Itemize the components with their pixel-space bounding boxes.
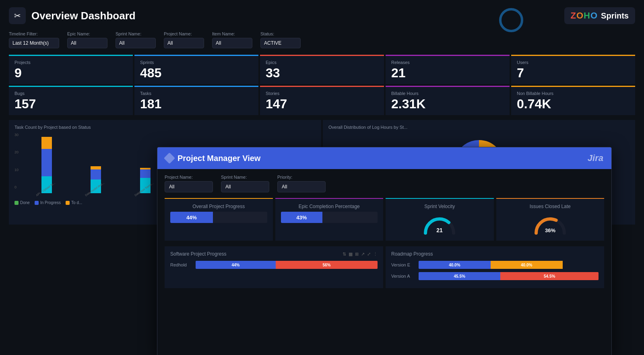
pm-priority-filter-select[interactable]: All (277, 181, 326, 192)
stats-row-1: Projects 9 Sprints 485 Epics 33 Releases… (9, 55, 635, 84)
legend-done-dot (14, 201, 19, 205)
roadmap-track-version-a: 45.5% 54.5% (419, 272, 599, 280)
dashboard-header: ✂ Overview Dashboard ZOHO Sprints (9, 7, 635, 24)
svg-text:21: 21 (436, 227, 443, 233)
bar-inprogress-2 (91, 169, 101, 180)
stat-projects-label: Projects (14, 60, 127, 65)
item-filter-select[interactable]: All (212, 38, 252, 48)
pm-project-filter-select[interactable]: All (165, 181, 213, 192)
sort-icon[interactable]: ⇅ (343, 252, 346, 257)
pm-panel-body: Project Name: All Sprint Name: All Prior… (157, 169, 611, 294)
timeline-filter-select[interactable]: Last 12 Month(s) (9, 38, 59, 48)
stat-projects: Projects 9 (9, 55, 133, 84)
metric-sprint-velocity-gauge: 21 (391, 212, 488, 236)
pm-filters: Project Name: All Sprint Name: All Prior… (165, 175, 604, 192)
stat-billable-value: 2.31K (391, 97, 504, 110)
pm-panel: Project Manager View Jira Project Name: … (157, 147, 612, 355)
svg-text:36%: 36% (545, 227, 555, 233)
epic-filter-label: Epic Name: (67, 31, 107, 36)
metric-issues-closed-late-gauge: 36% (502, 212, 599, 236)
roadmap-row-version-e: Version E 40.0% 40.0% (391, 261, 599, 269)
pm-sprint-filter-select[interactable]: All (221, 181, 269, 192)
donut-chart-title: Overall Distribution of Log Hours by St.… (328, 125, 630, 130)
roadmap-card: Roadmap Progress Version E 40.0% 40.0% V… (386, 246, 604, 288)
sprint-filter-select[interactable]: All (116, 38, 156, 48)
roadmap-label-version-e: Version E (391, 262, 415, 267)
stat-users-label: Users (517, 60, 630, 65)
metric-overall-progress-fill: 44% (170, 212, 213, 223)
metric-issues-closed-late: Issues Closed Late 36% (496, 198, 605, 241)
metric-epic-completion-bar: 43% (281, 212, 378, 223)
software-progress-title-row: Software Project Progress ⇅ ▦ ⊞ ↗ ⤢ ⋮ (170, 251, 378, 257)
legend-todo-label: To d... (71, 200, 82, 205)
stat-projects-value: 9 (14, 66, 127, 79)
zoho-h: H (584, 10, 590, 21)
roadmap-bar-a-red: 54.5% (500, 272, 599, 280)
roadmap-bar-a-blue: 45.5% (419, 272, 500, 280)
pm-priority-filter-label: Priority: (277, 175, 326, 180)
circle-decoration (499, 8, 523, 32)
item-filter-label: Item Name: (212, 31, 252, 36)
stat-stories-value: 147 (266, 97, 378, 110)
stat-tasks-label: Tasks (140, 91, 253, 96)
roadmap-bar-e-blue: 40.0% (419, 261, 491, 269)
stat-epics: Epics 33 (260, 55, 384, 84)
zoho-logo: ZOHO Sprints (564, 7, 636, 24)
stat-nonbillable-value: 0.74K (517, 97, 630, 110)
status-filter-select[interactable]: ACTIVE (260, 38, 301, 48)
metric-epic-completion-title: Epic Completion Percentage (281, 204, 378, 209)
epic-filter-select[interactable]: All (67, 38, 107, 48)
filter-bar: Timeline Filter: Last 12 Month(s) Epic N… (9, 31, 635, 48)
project-filter-select[interactable]: All (164, 38, 204, 48)
legend-inprogress-label: In Progress (40, 200, 61, 205)
software-progress-title: Software Project Progress (170, 251, 226, 257)
stat-epics-value: 33 (266, 66, 378, 79)
y-label-10: 10 (14, 168, 19, 172)
y-label-0: 0 (14, 185, 19, 189)
export-icon[interactable]: ↗ (361, 252, 365, 257)
timeline-filter-label: Timeline Filter: (9, 31, 59, 36)
metric-sprint-velocity-title: Sprint Velocity (391, 204, 488, 209)
software-progress-icons: ⇅ ▦ ⊞ ↗ ⤢ ⋮ (343, 252, 378, 257)
pm-sprint-filter-group: Sprint Name: All (221, 175, 269, 192)
dashboard-title: Overview Dashboard (31, 10, 136, 22)
timeline-filter-group: Timeline Filter: Last 12 Month(s) (9, 31, 59, 48)
stat-billable-label: Billable Hours (391, 91, 504, 96)
sprint-velocity-svg: 21 (421, 213, 458, 235)
bar-inprogress-1 (41, 149, 52, 176)
stats-row-2: Bugs 157 Tasks 181 Stories 147 Billable … (9, 86, 635, 115)
bottom-section: Software Project Progress ⇅ ▦ ⊞ ↗ ⤢ ⋮ Re… (165, 246, 604, 288)
data-icon[interactable]: ⊞ (355, 252, 359, 257)
roadmap-row-version-a: Version A 45.5% 54.5% (391, 272, 599, 280)
expand-icon[interactable]: ⤢ (367, 252, 371, 257)
stat-users: Users 7 (511, 55, 635, 84)
more-icon[interactable]: ⋮ (373, 252, 378, 257)
roadmap-label-version-a: Version A (391, 274, 415, 279)
bar-group-1: API – Upload To... (24, 137, 69, 197)
metric-cards-row: Overall Project Progress 44% Epic Comple… (165, 198, 604, 241)
pm-priority-filter-group: Priority: All (277, 175, 326, 192)
zoho-z: Z (571, 10, 576, 21)
bar-group-2: Data model desi... (73, 166, 118, 197)
software-bar-done-redhold: 44% (196, 261, 276, 269)
software-bar-remaining-redhold: 56% (276, 261, 378, 269)
stat-bugs-value: 157 (14, 97, 127, 110)
stat-tasks: Tasks 181 (134, 86, 258, 115)
roadmap-bar-e-orange: 40.0% (491, 261, 563, 269)
legend-inprogress: In Progress (35, 200, 61, 205)
zoho-sprints-label: Sprints (601, 11, 629, 21)
chart-icon[interactable]: ▦ (349, 252, 353, 257)
bar-inprogress-3 (140, 169, 151, 178)
status-filter-label: Status: (260, 31, 301, 36)
stat-tasks-value: 181 (140, 97, 253, 110)
stat-releases-label: Releases (391, 60, 504, 65)
stat-sprints-label: Sprints (140, 60, 253, 65)
sprint-filter-label: Sprint Name: (116, 31, 156, 36)
stat-nonbillable: Non Billable Hours 0.74K (511, 86, 635, 115)
item-filter-group: Item Name: All (212, 31, 252, 48)
pm-sprint-filter-label: Sprint Name: (221, 175, 269, 180)
pm-panel-title-group: Project Manager View (165, 154, 260, 163)
legend-done-label: Done (20, 200, 30, 205)
status-filter-group: Status: ACTIVE (260, 31, 301, 48)
dashboard-icon: ✂ (9, 7, 26, 24)
